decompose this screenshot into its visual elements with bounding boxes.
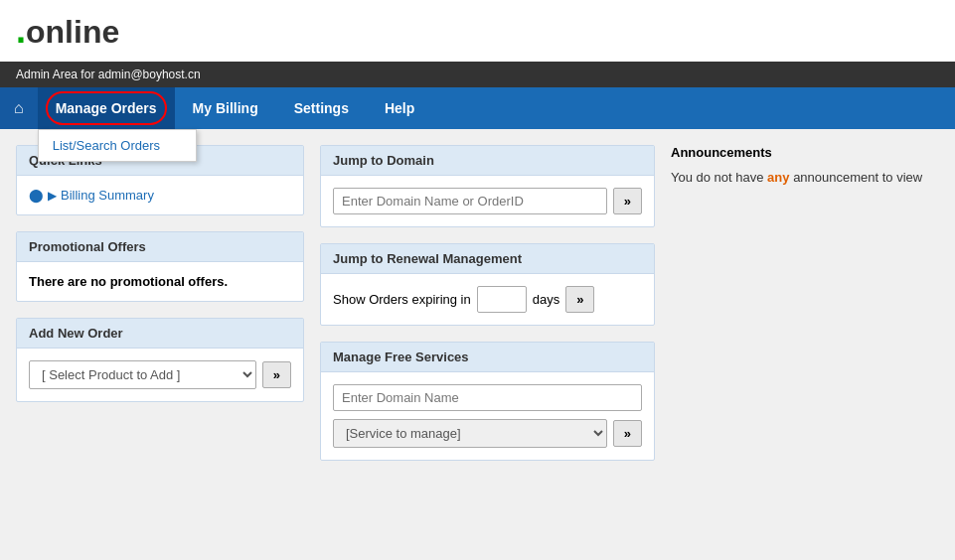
renewal-row: Show Orders expiring in days » <box>333 286 642 313</box>
list-search-orders-item[interactable]: List/Search Orders <box>39 130 196 161</box>
days-input[interactable] <box>477 286 527 313</box>
renewal-panel: Jump to Renewal Management Show Orders e… <box>320 243 655 326</box>
announcements-section: Announcements You do not have any announ… <box>671 145 939 188</box>
nav-home-button[interactable]: ⌂ <box>0 87 38 129</box>
logo-bar: .online <box>0 0 955 62</box>
logo-dot: . <box>16 10 26 51</box>
manage-orders-dropdown: List/Search Orders <box>38 129 197 162</box>
content-area: Quick Links ⬤ ▶ Billing Summary Promotio… <box>0 129 955 492</box>
free-services-panel: Manage Free Services [Service to manage]… <box>320 342 655 461</box>
select-product-dropdown[interactable]: [ Select Product to Add ] <box>29 360 256 389</box>
service-select-dropdown[interactable]: [Service to manage] <box>333 419 607 448</box>
nav-my-billing-label: My Billing <box>193 100 258 116</box>
free-services-domain-input[interactable] <box>333 384 642 411</box>
promo-panel: Promotional Offers There are no promotio… <box>16 231 304 302</box>
free-services-body: [Service to manage] » <box>321 372 654 460</box>
admin-label: Admin Area for admin@boyhost.cn <box>16 68 201 81</box>
billing-arrow-icon: ⬤ <box>29 188 44 203</box>
renewal-prefix: Show Orders expiring in <box>333 292 471 307</box>
jump-domain-header: Jump to Domain <box>321 146 654 176</box>
nav-bar: ⌂ Manage Orders List/Search Orders My Bi… <box>0 87 955 129</box>
promo-message: There are no promotional offers. <box>29 274 228 289</box>
nav-help[interactable]: Help <box>367 87 432 129</box>
add-order-row: [ Select Product to Add ] » <box>29 360 291 389</box>
promo-body: There are no promotional offers. <box>17 262 303 301</box>
nav-manage-orders-label: Manage Orders <box>56 100 157 116</box>
announce-suffix: announcement to view <box>790 170 923 185</box>
home-icon: ⌂ <box>14 99 24 117</box>
add-order-header: Add New Order <box>17 319 303 349</box>
add-order-go-button[interactable]: » <box>262 361 291 388</box>
billing-summary-link[interactable]: ⬤ ▶ Billing Summary <box>29 188 291 203</box>
domain-input[interactable] <box>333 188 607 214</box>
billing-circle-icon: ▶ <box>48 189 57 203</box>
renewal-header: Jump to Renewal Management <box>321 244 654 274</box>
nav-help-label: Help <box>385 100 414 116</box>
jump-domain-body: » <box>321 176 654 226</box>
quick-links-body: ⬤ ▶ Billing Summary <box>17 176 303 214</box>
nav-settings[interactable]: Settings <box>276 87 367 129</box>
announce-link: any <box>767 170 789 185</box>
jump-domain-panel: Jump to Domain » <box>320 145 655 227</box>
renewal-body: Show Orders expiring in days » <box>321 274 654 325</box>
nav-my-billing[interactable]: My Billing <box>175 87 276 129</box>
right-column: Announcements You do not have any announ… <box>671 145 939 477</box>
nav-settings-label: Settings <box>294 100 349 116</box>
domain-row: » <box>333 188 642 214</box>
add-order-panel: Add New Order [ Select Product to Add ] … <box>16 318 304 402</box>
promo-header: Promotional Offers <box>17 232 303 262</box>
domain-go-button[interactable]: » <box>613 188 642 214</box>
logo-text: .online <box>16 14 119 50</box>
left-column: Quick Links ⬤ ▶ Billing Summary Promotio… <box>16 145 304 477</box>
renewal-suffix: days <box>533 292 559 307</box>
free-services-go-button[interactable]: » <box>613 420 642 447</box>
nav-manage-orders[interactable]: Manage Orders List/Search Orders <box>38 87 175 129</box>
announcements-body: You do not have any announcement to view <box>671 168 939 188</box>
billing-summary-label: Billing Summary <box>61 188 154 203</box>
announce-prefix: You do not have <box>671 170 767 185</box>
announcements-title: Announcements <box>671 145 939 160</box>
add-order-body: [ Select Product to Add ] » <box>17 349 303 401</box>
renewal-go-button[interactable]: » <box>565 286 594 313</box>
mid-column: Jump to Domain » Jump to Renewal Managem… <box>320 145 655 477</box>
service-row: [Service to manage] » <box>333 419 642 448</box>
free-services-header: Manage Free Services <box>321 343 654 372</box>
admin-bar: Admin Area for admin@boyhost.cn <box>0 62 955 87</box>
